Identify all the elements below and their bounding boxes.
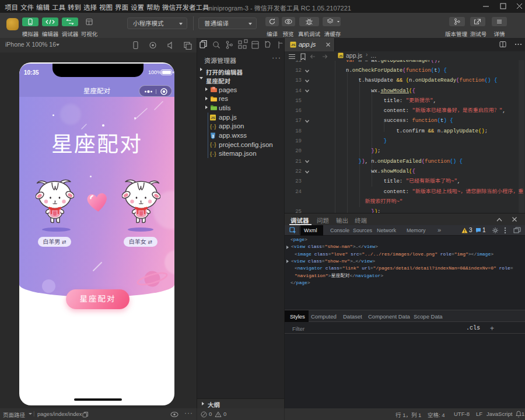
svg-text:JS: JS: [291, 43, 295, 47]
svg-text:JS: JS: [339, 54, 343, 58]
svg-text:JS: JS: [211, 116, 215, 120]
svg-text:3: 3: [212, 134, 214, 138]
